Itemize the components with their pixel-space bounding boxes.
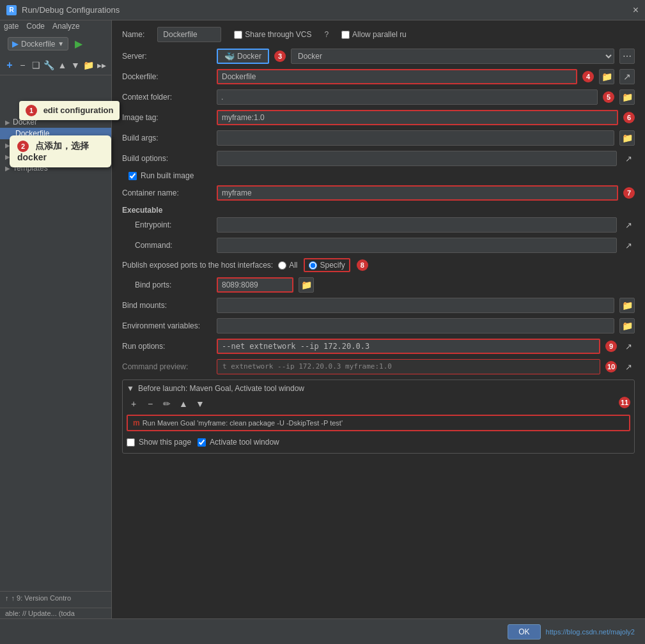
server-select[interactable]: Docker	[291, 49, 614, 64]
dockerfile-expand-button[interactable]: ↗	[619, 69, 635, 84]
image-tag-label: Image tag:	[122, 113, 212, 122]
folder-button[interactable]: 📁	[83, 58, 95, 72]
share-help-icon[interactable]: ?	[324, 30, 329, 39]
entrypoint-expand-button[interactable]: ↗	[622, 218, 635, 231]
badge-2: 2	[17, 141, 29, 152]
right-panel: Name: Share through VCS ? Allow parallel…	[112, 20, 645, 644]
entrypoint-input[interactable]	[217, 217, 617, 233]
show-page-label: Show this page	[139, 438, 191, 447]
entrypoint-row: Entrypoint: ↗	[122, 217, 635, 233]
bind-ports-label: Bind ports:	[122, 280, 212, 289]
name-input[interactable]	[157, 27, 221, 42]
image-tag-row: Image tag: 6	[122, 110, 635, 125]
launch-remove-button[interactable]: −	[143, 397, 157, 411]
edit-config-button[interactable]: 🔧	[43, 58, 55, 72]
build-args-browse-button[interactable]: 📁	[619, 130, 635, 146]
move-down-button[interactable]: ▼	[70, 58, 81, 72]
maven-goal-item[interactable]: m Run Maven Goal 'myframe: clean package…	[127, 415, 630, 431]
run-built-image-checkbox[interactable]	[128, 172, 137, 180]
run-options-expand-button[interactable]: ↗	[622, 340, 635, 353]
badge-9: 9	[605, 341, 617, 352]
env-vars-input[interactable]	[217, 318, 614, 334]
activate-tool-window-row: Activate tool window	[198, 438, 279, 447]
command-input[interactable]	[217, 238, 617, 253]
badge-6: 6	[623, 112, 635, 123]
command-label: Command:	[122, 241, 212, 250]
all-radio[interactable]	[278, 261, 286, 270]
badge-8: 8	[357, 259, 368, 271]
env-vars-browse-button[interactable]: 📁	[619, 318, 635, 334]
env-vars-label: Environment variables:	[122, 321, 212, 330]
dockerfile-input[interactable]	[217, 69, 577, 84]
add-config-button[interactable]: +	[4, 58, 15, 72]
url-bar[interactable]: https://blog.csdn.net/majoly2	[546, 628, 635, 636]
container-name-input[interactable]	[217, 185, 618, 201]
tooltip-add-docker: 2 点添加，选择docker	[10, 135, 111, 167]
remove-config-button[interactable]: −	[17, 58, 29, 72]
app-icon: R	[6, 5, 17, 15]
before-launch-header: ▼ Before launch: Maven Goal, Activate to…	[127, 384, 630, 393]
dialog-title: Run/Debug Configurations	[22, 5, 120, 15]
before-launch-collapse-icon[interactable]: ▼	[127, 384, 134, 393]
server-row: Server: 🐳 Docker 3 Docker ⋯	[122, 49, 635, 64]
context-folder-input[interactable]	[217, 89, 598, 105]
close-button[interactable]: ×	[633, 4, 639, 16]
entrypoint-label: Entrypoint:	[122, 220, 212, 229]
command-expand-button[interactable]: ↗	[622, 239, 635, 252]
ok-button[interactable]: OK	[508, 624, 540, 640]
launch-edit-button[interactable]: ✏	[160, 397, 174, 411]
activate-tool-window-label: Activate tool window	[210, 438, 279, 447]
dockerfile-browse-button[interactable]: 📁	[599, 69, 614, 84]
run-options-input[interactable]	[217, 339, 600, 354]
menu-item-analyze[interactable]: Analyze	[52, 22, 80, 31]
bottom-buttons-bar: OK https://blog.csdn.net/majoly2	[0, 618, 645, 644]
launch-down-button[interactable]: ▼	[193, 397, 207, 411]
move-up-button[interactable]: ▲	[57, 58, 68, 72]
context-folder-row: Context folder: 5 📁	[122, 89, 635, 105]
show-page-checkbox[interactable]	[127, 438, 135, 447]
build-options-label: Build options:	[122, 154, 212, 163]
specify-radio-label: Specify	[304, 258, 350, 272]
bind-ports-browse-button[interactable]: 📁	[299, 277, 314, 293]
build-args-input[interactable]	[217, 130, 614, 146]
executable-section-title: Executable	[122, 206, 635, 215]
run-built-image-row: Run built image	[122, 171, 635, 180]
bottom-options-row: Show this page Activate tool window	[127, 435, 630, 449]
share-checkbox[interactable]	[234, 31, 242, 39]
docker-server-button[interactable]: 🐳 Docker	[217, 49, 269, 64]
menu-item-code[interactable]: Code	[26, 22, 45, 31]
main-layout: gate Code Analyze ▶ Dockerfile ▼ ▶ + − ❑…	[0, 20, 645, 644]
copy-config-button[interactable]: ❑	[30, 58, 42, 72]
specify-radio[interactable]	[309, 261, 317, 270]
command-row: Command: ↗	[122, 238, 635, 253]
container-name-row: Container name: 7	[122, 185, 635, 201]
menu-item-gate[interactable]: gate	[4, 22, 19, 31]
image-tag-input[interactable]	[217, 110, 618, 125]
build-options-row: Build options: ↗	[122, 151, 635, 166]
tooltip-edit-config: 1 edit configuration	[19, 101, 120, 120]
badge-5: 5	[603, 91, 614, 103]
launch-up-button[interactable]: ▲	[176, 397, 190, 411]
activate-tool-window-checkbox[interactable]	[198, 438, 206, 447]
server-browse-button[interactable]: ⋯	[619, 49, 635, 64]
bind-mounts-row: Bind mounts: 📁	[122, 298, 635, 313]
version-control-label: ↑ 9: Version Contro	[12, 594, 72, 602]
dockerfile-label: Dockerfile:	[122, 72, 212, 81]
build-options-expand-button[interactable]: ↗	[622, 152, 635, 165]
config-toolbar: + − ❑ 🔧 ▲ ▼ 📁 ▸▸	[0, 56, 111, 75]
run-options-row: Run options: 9 ↗	[122, 339, 635, 354]
launch-add-button[interactable]: +	[127, 397, 141, 411]
config-dropdown[interactable]: ▶ Dockerfile ▼	[8, 37, 68, 50]
build-options-input[interactable]	[217, 151, 617, 166]
show-page-row: Show this page	[127, 438, 191, 447]
command-preview-expand-button[interactable]: ↗	[622, 360, 635, 373]
allow-parallel-checkbox[interactable]	[341, 31, 350, 39]
bind-mounts-input[interactable]	[217, 298, 614, 313]
bind-ports-input[interactable]	[217, 277, 293, 293]
command-preview-row: Command preview: t extnetwork --ip 172.2…	[122, 359, 635, 374]
run-icon[interactable]: ▶	[75, 38, 82, 50]
badge-4: 4	[582, 71, 594, 82]
more-button[interactable]: ▸▸	[96, 58, 107, 72]
context-folder-browse-button[interactable]: 📁	[619, 89, 635, 105]
bind-mounts-browse-button[interactable]: 📁	[619, 298, 635, 313]
